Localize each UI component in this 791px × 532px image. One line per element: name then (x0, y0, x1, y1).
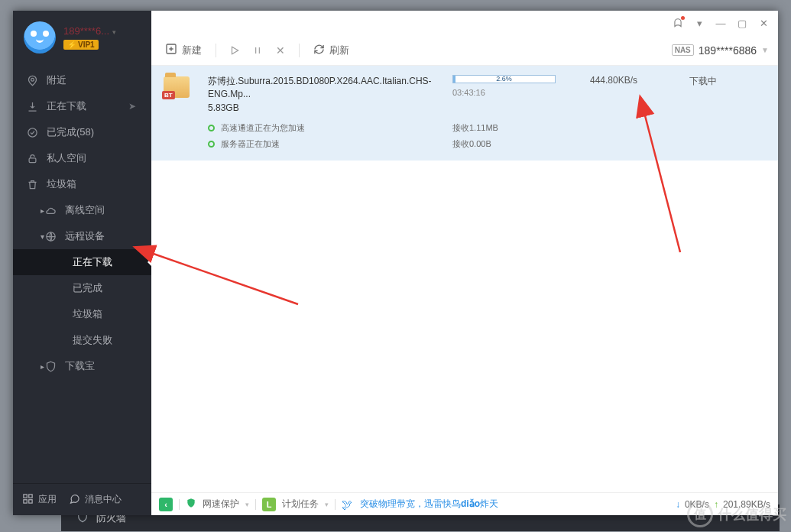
sidebar-item-remote[interactable]: ▾ 远程设备 (13, 223, 151, 249)
download-list: BT 苏博拉.Suburra.2015.BD1080P.X264.AAC.Ita… (151, 66, 778, 492)
svg-rect-4 (24, 494, 27, 497)
sidebar-header: 189****6...▾ ⚡VIP1 (13, 11, 151, 63)
chevron-right-icon: ▸ (41, 206, 44, 215)
recv-1: 接收1.11MB (452, 122, 582, 134)
globe-icon (44, 231, 57, 242)
download-arrow-icon: ↓ (676, 499, 680, 510)
svg-rect-2 (29, 157, 36, 162)
accel-2: 服务器正在加速 (221, 138, 280, 150)
sidebar-item-downloading[interactable]: 正在下载 ➤ (13, 93, 151, 119)
svg-point-0 (31, 78, 34, 81)
chevron-down-icon: ▼ (761, 46, 769, 54)
trash-icon (25, 179, 39, 190)
sidebar-footer: 应用 消息中心 (13, 483, 151, 515)
progress-bar: 2.6% (452, 75, 556, 83)
username[interactable]: 189****6...▾ (63, 25, 116, 37)
accel-dot-icon (208, 141, 215, 148)
ul-speed: 201.89KB/s (723, 499, 770, 510)
messages-button[interactable]: 消息中心 (69, 493, 122, 507)
vip-badge: ⚡VIP1 (63, 40, 99, 50)
lock-icon (25, 153, 39, 164)
sidebar-nav: 附近 正在下载 ➤ 已完成(58) 私人空间 垃圾箱 ▸ (13, 67, 151, 483)
sidebar-item-trash[interactable]: 垃圾箱 (13, 171, 151, 197)
bt-badge: BT (162, 91, 175, 99)
delete-button[interactable]: ✕ (271, 41, 290, 60)
toolbar: 新建 ✕ 刷新 NAS 189****6886 ▼ (151, 35, 778, 66)
sidebar: 189****6...▾ ⚡VIP1 附近 正在下载 ➤ 已完成(58) 私人空 (13, 11, 151, 515)
sidebar-item-remote-trash[interactable]: 垃圾箱 (13, 301, 151, 327)
shield-green-icon (186, 498, 196, 511)
chevron-right-icon: ▸ (41, 362, 44, 371)
eta: 03:43:16 (452, 88, 582, 97)
sidebar-item-remote-downloading[interactable]: 正在下载 (13, 249, 151, 275)
avatar[interactable] (24, 21, 56, 54)
maximize-button[interactable]: ▢ (732, 13, 752, 33)
chevron-down-icon: ▾ (112, 28, 116, 36)
bird-icon: 🕊 (342, 498, 352, 511)
minimize-button[interactable]: — (711, 13, 731, 33)
svg-point-1 (28, 128, 36, 136)
bell-icon[interactable] (668, 13, 688, 33)
grid-icon (22, 493, 34, 507)
dl-speed: 0KB/s (685, 499, 709, 510)
chat-icon (69, 493, 80, 507)
download-row[interactable]: BT 苏博拉.Suburra.2015.BD1080P.X264.AAC.Ita… (151, 66, 778, 161)
refresh-icon (313, 44, 325, 57)
app-window: 189****6...▾ ⚡VIP1 附近 正在下载 ➤ 已完成(58) 私人空 (13, 11, 778, 515)
chevron-down-icon: ▾ (245, 501, 249, 508)
titlebar: ▾ — ▢ ✕ (151, 11, 778, 35)
recv-2: 接收0.00B (452, 138, 582, 150)
send-icon[interactable]: ➤ (128, 101, 136, 112)
main-panel: ▾ — ▢ ✕ 新建 ✕ 刷新 NAS (151, 11, 778, 515)
apps-button[interactable]: 应用 (22, 493, 57, 507)
pause-button[interactable] (248, 41, 267, 60)
svg-rect-7 (29, 499, 32, 502)
folder-icon: BT (164, 76, 190, 98)
progress-percent: 2.6% (453, 75, 555, 83)
device-selector[interactable]: NAS 189****6886 ▼ (672, 44, 769, 57)
upload-arrow-icon: ↑ (714, 499, 718, 510)
download-icon (25, 101, 39, 112)
promo-link[interactable]: 突破物理带宽，迅雷快鸟diǎo炸天 (360, 498, 498, 511)
sidebar-item-nearby[interactable]: 附近 (13, 67, 151, 93)
cloud-icon (44, 205, 57, 216)
refresh-button[interactable]: 刷新 (309, 41, 354, 60)
file-name: 苏博拉.Suburra.2015.BD1080P.X264.AAC.Italia… (208, 75, 445, 101)
file-size: 5.83GB (208, 102, 445, 113)
chevron-down-icon: ▾ (41, 232, 44, 241)
plus-icon (165, 43, 177, 57)
scheduled-tasks-label[interactable]: 计划任务 (282, 498, 319, 511)
svg-rect-6 (24, 499, 27, 502)
close-button[interactable]: ✕ (754, 13, 773, 33)
sched-icon: L (262, 498, 276, 511)
sidebar-item-remote-failed[interactable]: 提交失败 (13, 327, 151, 353)
back-square-button[interactable]: ‹ (159, 498, 173, 511)
accel-1: 高速通道正在为您加速 (221, 122, 305, 134)
sidebar-item-xiazaibao[interactable]: ▸ 下载宝 (13, 353, 151, 379)
sidebar-item-completed[interactable]: 已完成(58) (13, 119, 151, 145)
svg-rect-5 (29, 494, 32, 497)
accel-dot-icon (208, 125, 215, 131)
check-icon (25, 127, 39, 138)
sidebar-item-private[interactable]: 私人空间 (13, 145, 151, 171)
net-protect-label[interactable]: 网速保护 (203, 498, 239, 511)
nas-badge: NAS (672, 44, 694, 56)
sidebar-item-offline[interactable]: ▸ 离线空间 (13, 197, 151, 223)
badge-icon (44, 361, 57, 372)
chevron-down-icon: ▾ (325, 501, 329, 508)
status: 下载中 (689, 75, 766, 88)
status-bar: ‹ 网速保护 ▾ L 计划任务 ▾ 🕊 突破物理带宽，迅雷快鸟diǎo炸天 ↓ … (151, 492, 778, 515)
sidebar-item-remote-completed[interactable]: 已完成 (13, 275, 151, 301)
device-name: 189****6886 (699, 44, 757, 57)
pin-icon (25, 75, 39, 86)
new-task-button[interactable]: 新建 (160, 40, 206, 60)
start-button[interactable] (225, 41, 244, 60)
speed: 444.80KB/s (590, 75, 682, 86)
menu-dropdown-icon[interactable]: ▾ (689, 13, 709, 33)
